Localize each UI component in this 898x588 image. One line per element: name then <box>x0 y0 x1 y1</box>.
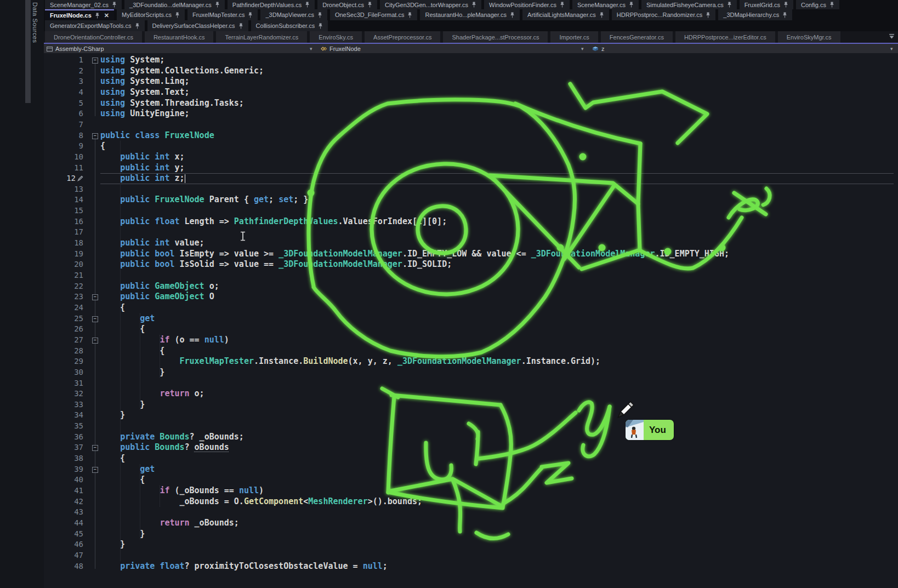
tab-assetpreprocessor-cs[interactable]: AssetPreprocessor.cs <box>365 31 440 43</box>
tab-pathfinderdepthvalues-cs[interactable]: PathfinderDepthValues.cs <box>228 0 315 9</box>
code-line-3[interactable]: using System.Linq; <box>100 76 190 87</box>
fold-marker[interactable]: − <box>92 58 98 64</box>
fold-guide-line <box>95 138 95 569</box>
tab-fruxelgrid-cs[interactable]: FruxelGrid.cs <box>740 0 793 9</box>
fold-marker[interactable]: − <box>92 338 98 344</box>
code-line-2[interactable]: using System.Collections.Generic; <box>100 66 264 77</box>
code-line-26[interactable]: { <box>100 324 145 335</box>
breadcrumb-dropdown-caret[interactable]: ▾ <box>581 44 584 53</box>
tab-simulatedfisheyecamera-cs[interactable]: SimulatedFisheyeCamera.cs <box>641 0 737 9</box>
tab-hdrppostproce-izereditor-cs[interactable]: HDRPPostproce...izerEditor.cs <box>675 31 775 43</box>
code-token: .Instance.Grid); <box>521 356 601 366</box>
pin-icon <box>706 12 711 18</box>
code-line-39[interactable]: get <box>100 464 155 475</box>
code-line-37[interactable]: public Bounds? oBounds <box>100 442 229 453</box>
code-line-9[interactable]: { <box>100 141 105 152</box>
tab-restaurantho-plemanager-cs[interactable]: RestaurantHo...pleManager.cs <box>420 9 520 20</box>
code-line-19[interactable]: public bool IsEmpty => value >= _3DFound… <box>100 249 729 260</box>
tab-droneorientationcontroller-cs[interactable]: DroneOrientationController.cs <box>45 31 142 43</box>
tab-restauranthook-cs[interactable]: RestaurantHook.cs <box>145 31 214 43</box>
code-line-10[interactable]: public int x; <box>100 152 185 163</box>
code-line-5[interactable]: using System.Threading.Tasks; <box>100 98 244 109</box>
code-line-34[interactable]: } <box>100 410 125 421</box>
tab-config-cs[interactable]: Config.cs <box>796 0 839 9</box>
fold-marker[interactable]: − <box>92 467 98 473</box>
tab-onesec3d-fileformat-cs[interactable]: OneSec3D_FileFormat.cs <box>330 9 418 20</box>
code-line-33[interactable]: } <box>100 399 145 410</box>
tab-overflow-icon[interactable] <box>889 33 895 39</box>
code-line-4[interactable]: using System.Text; <box>100 87 190 98</box>
breadcrumb-project[interactable]: Assembly-CSharp <box>46 44 104 53</box>
code-line-29[interactable]: FruxelMapTester.Instance.BuildNode(x, y,… <box>100 356 600 367</box>
code-line-24[interactable]: { <box>100 302 125 313</box>
tab-terrainlayerrandomizer-cs[interactable]: TerrainLayerRandomizer.cs <box>216 31 307 43</box>
line-number: 34 <box>44 410 83 421</box>
breadcrumb-type[interactable]: FruxelNode <box>320 44 361 53</box>
code-line-32[interactable]: return o; <box>100 389 204 399</box>
code-line-42[interactable]: _oBounds = O.GetComponent<MeshRenderer>(… <box>100 496 422 507</box>
tab-artificiallightsmanager-cs[interactable]: ArtificialLightsManager.cs <box>522 9 609 20</box>
breadcrumb-member[interactable]: z <box>591 44 605 53</box>
fold-marker[interactable]: − <box>92 316 98 322</box>
fold-marker[interactable]: − <box>92 133 98 139</box>
breadcrumb-dropdown-caret[interactable]: ▾ <box>310 44 312 53</box>
code-line-8[interactable]: public class FruxelNode <box>100 130 214 141</box>
tab-shaderpackage-stprocessor-cs[interactable]: ShaderPackage...stProcessor.cs <box>443 31 548 43</box>
tab-hdrppostproc-randomizer-cs[interactable]: HDRPPostproc...Randomizer.cs <box>612 9 716 20</box>
code-line-38[interactable]: { <box>100 453 125 464</box>
tab-windowpositionfinder-cs[interactable]: WindowPositionFinder.cs <box>484 0 570 9</box>
code-line-25[interactable]: get <box>100 313 155 324</box>
code-editor[interactable]: 1−using System;2using System.Collections… <box>44 53 898 588</box>
code-line-14[interactable]: public FruxelNode Parent { get; set; } <box>100 195 308 205</box>
code-line-16[interactable]: public float Length => PathfinderDepthVa… <box>100 216 447 227</box>
tab-importer-cs[interactable]: Importer.cs <box>550 31 598 43</box>
code-line-48[interactable]: private float? proximityToClosestObstacl… <box>100 561 388 572</box>
fold-marker[interactable]: − <box>92 445 98 451</box>
close-icon[interactable]: ✕ <box>104 12 109 19</box>
tab-scenemanager-cs[interactable]: SceneManager.cs <box>572 0 639 9</box>
code-line-6[interactable]: using UnityEngine; <box>100 109 190 119</box>
tab-droneobject-cs[interactable]: DroneObject.cs <box>317 0 377 9</box>
tab-fencesgenerator-cs[interactable]: FencesGenerator.cs <box>601 31 673 43</box>
code-line-20[interactable]: public bool IsSolid => value == _3DFound… <box>100 259 452 270</box>
code-line-1[interactable]: using System; <box>100 55 164 66</box>
code-line-44[interactable]: return _oBounds; <box>100 518 239 529</box>
tab-generator2exportmaptools-cs[interactable]: Generator2ExportMapTools.cs <box>45 20 145 31</box>
code-line-41[interactable]: if (_oBounds == null) <box>100 486 264 496</box>
tab-citygen3dgen-torwrapper-cs[interactable]: CityGen3DGen...torWrapper.cs <box>380 0 481 9</box>
tab-deliverysurfaceclasshelper-cs[interactable]: DeliverySurfaceClassHelper.cs <box>147 20 248 31</box>
sidebar-tab-data-sources[interactable]: Data Sources <box>32 2 38 43</box>
code-token: _3DFoundationModelManager <box>279 259 402 269</box>
tab-enviroskymgr-cs[interactable]: EnviroSkyMgr.cs <box>778 31 840 43</box>
tab-fruxelnode-cs[interactable]: FruxelNode.cs✕ <box>45 9 114 20</box>
tab-3dfoundatio-delmanager-cs[interactable]: _3DFoundatio...delManager.cs <box>124 0 225 9</box>
code-line-30[interactable]: } <box>100 367 164 378</box>
code-line-46[interactable]: } <box>100 539 125 550</box>
vs-editor-window: Data Sources SceneManager_02.cs_3DFounda… <box>0 0 898 588</box>
class-icon <box>320 45 327 52</box>
tab-fruxelmaptester-cs[interactable]: FruxelMapTester.cs <box>187 9 258 20</box>
code-token: FruxelNode <box>160 130 214 140</box>
code-line-18[interactable]: public int value; <box>100 238 204 249</box>
fold-marker[interactable]: − <box>92 294 98 300</box>
tab-3dmapviewer-cs[interactable]: _3DMapViewer.cs <box>260 9 327 20</box>
code-line-12[interactable]: public int z; <box>100 173 185 184</box>
code-line-40[interactable]: { <box>100 475 145 486</box>
tab-scenemanager-02-cs[interactable]: SceneManager_02.cs <box>45 0 122 9</box>
tab-myeditorscripts-cs[interactable]: MyEditorScripts.cs <box>117 9 185 20</box>
code-line-27[interactable]: if (o == null) <box>100 335 229 346</box>
code-token: null <box>204 335 224 345</box>
code-line-36[interactable]: private Bounds? _oBounds; <box>100 432 244 443</box>
code-line-11[interactable]: public int y; <box>100 163 185 174</box>
pin-icon <box>305 2 310 8</box>
tab-collisionsubscriber-cs[interactable]: CollisionSubscriber.cs <box>251 20 328 31</box>
tab-3dmaphierarchy-cs[interactable]: _3DMapHierarchy.cs <box>718 9 792 20</box>
code-line-22[interactable]: public GameObject o; <box>100 281 219 292</box>
code-line-28[interactable]: { <box>100 346 164 357</box>
code-token <box>100 259 120 269</box>
breadcrumb-dropdown-caret[interactable]: ▾ <box>890 44 893 53</box>
tab-envirosky-cs[interactable]: EnviroSky.cs <box>310 31 362 43</box>
code-line-23[interactable]: public GameObject O <box>100 292 214 302</box>
ibeam-cursor <box>240 231 246 241</box>
code-line-45[interactable]: } <box>100 529 145 540</box>
